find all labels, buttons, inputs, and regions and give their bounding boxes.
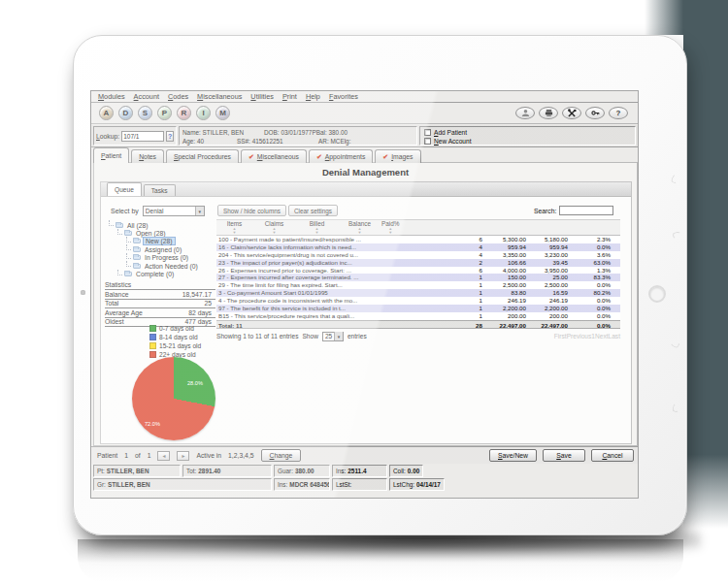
tree-connector xyxy=(117,229,122,235)
showing-entries-text: Showing 1 to 11 of 11 entries xyxy=(216,333,298,340)
tree-item[interactable]: In Progress (0) xyxy=(107,254,215,262)
tree-item[interactable]: Assigned (0) xyxy=(107,245,215,253)
table-row[interactable]: 26 - Expenses incurred prior to coverage… xyxy=(216,267,620,275)
patient-total: 1 xyxy=(148,452,151,459)
table-row[interactable]: 97 - The benefit for this service is inc… xyxy=(216,305,620,312)
menu-item[interactable]: Favorites xyxy=(329,92,358,101)
patient-info-field: SS#: 415612251 xyxy=(237,138,318,145)
lookup-input[interactable] xyxy=(121,131,164,142)
tree-connector xyxy=(126,261,131,267)
key-icon[interactable] xyxy=(585,107,605,119)
menu-item[interactable]: Account xyxy=(134,92,159,101)
module-tab[interactable]: ✔ Special Procedures xyxy=(166,149,239,163)
change-button[interactable]: Change xyxy=(261,449,302,462)
save-button[interactable]: Save xyxy=(543,449,585,462)
grid-button[interactable]: Clear settings xyxy=(288,205,338,216)
folder-icon xyxy=(133,255,141,260)
module-tab[interactable]: ✔ Miscellaneous xyxy=(241,149,307,163)
checkbox[interactable] xyxy=(424,129,431,136)
queue-tab[interactable]: Tasks xyxy=(144,184,176,196)
page-size-dropdown[interactable]: 25 xyxy=(322,332,344,341)
folder-icon xyxy=(133,247,141,252)
table-header: Items Claims Billed Bal xyxy=(216,220,620,236)
next-patient-button[interactable]: ► xyxy=(177,451,189,461)
select-by-label: Select by xyxy=(111,208,139,214)
table-row[interactable]: 3 - Co-payment Amount Start 01/01/199518… xyxy=(216,289,620,297)
queue-panel: QueueTasks Select by Denial All (28) xyxy=(100,181,632,444)
menu-item[interactable]: Codes xyxy=(168,92,188,101)
tree-item[interactable]: Complete (0) xyxy=(107,270,215,277)
folder-icon xyxy=(116,223,123,228)
tab-label: Patient xyxy=(101,152,121,159)
table-row[interactable]: 23 - The impact of prior payer(s) adjudi… xyxy=(216,259,620,267)
denials-table: Items Claims Billed Bal xyxy=(216,219,620,341)
column-header[interactable]: Billed xyxy=(296,220,338,235)
grid-button[interactable]: Show / hide columns xyxy=(217,205,286,216)
help-icon[interactable]: ? xyxy=(609,107,628,119)
module-button[interactable]: I xyxy=(196,106,211,120)
search-row: Search: xyxy=(534,206,613,215)
legend-swatch xyxy=(149,342,156,349)
patient-info-field: AR: MC xyxy=(318,138,340,145)
printer-icon[interactable] xyxy=(539,107,558,119)
lookup-help-button[interactable]: ? xyxy=(166,131,174,142)
user-icon[interactable] xyxy=(515,107,535,119)
prev-patient-button[interactable]: ◄ xyxy=(157,451,170,461)
account-options-section: Add Patient New Account xyxy=(419,126,636,146)
menu-item[interactable]: Help xyxy=(306,92,320,101)
select-by-dropdown[interactable]: Denial xyxy=(143,206,205,216)
status-field: Gr:STILLER, BEN xyxy=(93,478,272,491)
column-header[interactable]: Balance xyxy=(338,220,381,235)
module-button[interactable]: D xyxy=(118,106,133,120)
patient-info-field: DOB: 03/01/1977 xyxy=(264,129,312,136)
menu-item[interactable]: Modules xyxy=(98,92,125,101)
menu-item[interactable]: Utilities xyxy=(250,92,274,101)
module-letter-buttons: ADSPRIM xyxy=(99,106,230,120)
table-row[interactable]: 29 - The time limit for filing has expir… xyxy=(216,281,620,289)
tools-icon[interactable] xyxy=(562,107,581,119)
tree-item[interactable]: All (28) xyxy=(107,221,215,229)
pagination-controls[interactable]: FirstPrevious1NextLast xyxy=(554,333,620,340)
queue-tab[interactable]: Queue xyxy=(107,182,142,196)
status-field: Guar:380.00 xyxy=(274,465,330,477)
stage: ModulesAccountCodesMiscellaneousUtilitie… xyxy=(0,0,728,582)
module-button[interactable]: A xyxy=(99,106,114,120)
legend-swatch xyxy=(149,334,156,340)
table-row[interactable]: 27 - Expenses incurred after coverage te… xyxy=(216,274,620,281)
chevron-down-icon xyxy=(195,207,204,215)
module-button[interactable]: P xyxy=(157,106,172,120)
cancel-button[interactable]: Cancel xyxy=(591,449,634,462)
menu-item[interactable]: Miscellaneous xyxy=(197,92,242,101)
tree-item[interactable]: New (28) xyxy=(107,238,215,245)
table-row[interactable]: 204 - This service/equipment/drug is not… xyxy=(216,251,620,259)
module-button[interactable]: M xyxy=(215,106,230,120)
tablet-camera xyxy=(81,290,85,295)
module-tab[interactable]: ✔ Appointments xyxy=(309,149,373,163)
module-tab[interactable]: ✔ Notes xyxy=(131,149,164,163)
status-field: Ins:MDCR 648456454 xyxy=(274,478,330,491)
grid-buttons: Show / hide columnsClear settings xyxy=(217,205,338,216)
module-tab[interactable]: ✔ Images xyxy=(375,149,420,163)
menu-item[interactable]: Print xyxy=(282,92,297,101)
module-button[interactable]: R xyxy=(177,106,191,120)
column-header[interactable]: Items xyxy=(216,220,252,235)
table-row[interactable]: 16 - Claim/service lacks information whi… xyxy=(216,243,620,251)
tree-item[interactable]: Action Needed (0) xyxy=(107,262,215,270)
search-input[interactable] xyxy=(559,206,613,215)
check-icon: ✔ xyxy=(248,153,254,161)
save-new-button[interactable]: Save/New xyxy=(489,449,537,462)
checkbox[interactable] xyxy=(424,138,431,145)
table-row[interactable]: 4 - The procedure code is inconsistent w… xyxy=(216,297,620,305)
table-row[interactable]: B15 - This service/procedure requires th… xyxy=(216,312,620,320)
entries-label: entries xyxy=(347,333,367,340)
toolbar: ADSPRIM ? xyxy=(91,104,638,124)
table-row[interactable]: 100 - Payment made to patient/insured/re… xyxy=(216,236,620,243)
checkbox-label: Add Patient xyxy=(434,129,467,136)
patient-info-field: Elg: xyxy=(340,138,350,145)
module-tab[interactable]: ✔ Patient xyxy=(93,147,129,163)
tree-connector xyxy=(126,237,131,242)
active-in-label: Active in xyxy=(196,452,221,459)
column-header[interactable]: Paid% xyxy=(381,220,399,235)
module-button[interactable]: S xyxy=(138,106,152,120)
column-header[interactable]: Claims xyxy=(252,220,296,235)
